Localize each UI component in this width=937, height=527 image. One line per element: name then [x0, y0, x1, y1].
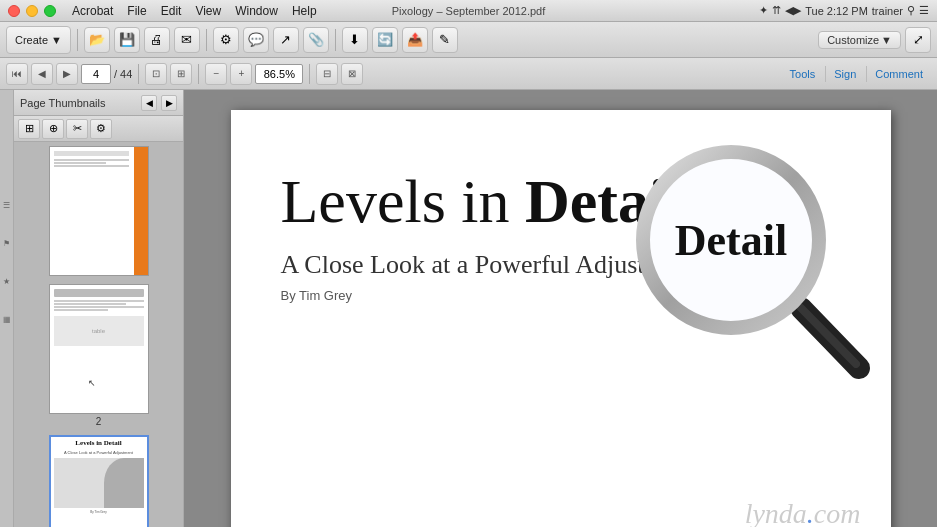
sidebar-header: Page Thumbnails ◀ ▶	[14, 90, 183, 116]
volume-icon: ◀▶	[785, 4, 801, 17]
separator-nav-1	[138, 64, 139, 84]
separator-3	[335, 29, 336, 51]
thumbnail-3[interactable]: Levels in Detail A Close Look at a Power…	[18, 435, 179, 527]
next-page-button[interactable]: ▶	[56, 63, 78, 85]
redact-button[interactable]: ✎	[432, 27, 458, 53]
menu-icon[interactable]: ☰	[919, 4, 929, 17]
open-file-button[interactable]: 📂	[84, 27, 110, 53]
expand-button[interactable]: ⤢	[905, 27, 931, 53]
toolbar2-right: Tools Sign Comment	[782, 66, 931, 82]
sidebar-prev-btn[interactable]: ◀	[141, 95, 157, 111]
minimize-button[interactable]	[26, 5, 38, 17]
full-screen-button[interactable]: ⊠	[341, 63, 363, 85]
search-icon[interactable]: ⚲	[907, 4, 915, 17]
separator-2	[206, 29, 207, 51]
thumb-settings-btn[interactable]: ⚙	[90, 119, 112, 139]
title-bar: Acrobat File Edit View Window Help Pixol…	[0, 0, 937, 22]
menu-edit[interactable]: Edit	[155, 0, 188, 22]
maximize-button[interactable]	[44, 5, 56, 17]
wifi-icon: ⇈	[772, 4, 781, 17]
thumb-add-btn[interactable]: ⊕	[42, 119, 64, 139]
panel-layers-icon[interactable]: ▦	[1, 304, 13, 334]
prev-page-button[interactable]: ◀	[31, 63, 53, 85]
panel-icon-strip: ☰ ⚑ ★ ▦	[0, 90, 14, 527]
page-number-input[interactable]	[81, 64, 111, 84]
attach-button[interactable]: 📎	[303, 27, 329, 53]
thumbnail-1[interactable]	[18, 146, 179, 276]
main-area: ☰ ⚑ ★ ▦ Page Thumbnails ◀ ▶ ⊞ ⊕ ✂ ⚙	[0, 90, 937, 527]
sign-button[interactable]: Sign	[825, 66, 864, 82]
comment-action-button[interactable]: Comment	[866, 66, 931, 82]
zoom-out-button[interactable]: −	[205, 63, 227, 85]
sidebar-title: Page Thumbnails	[20, 97, 137, 109]
title-part1: Levels in	[281, 167, 526, 235]
thumb-grid-btn[interactable]: ⊞	[18, 119, 40, 139]
thumb-2-image: table ↖	[49, 284, 149, 414]
sidebar: Page Thumbnails ◀ ▶ ⊞ ⊕ ✂ ⚙	[14, 90, 184, 527]
sidebar-tools: ⊞ ⊕ ✂ ⚙	[14, 116, 183, 142]
comment-button[interactable]: 💬	[243, 27, 269, 53]
bluetooth-icon: ✦	[759, 4, 768, 17]
thumb-2-number: 2	[18, 416, 179, 427]
thumb-3-image: Levels in Detail A Close Look at a Power…	[49, 435, 149, 527]
export-button[interactable]: 📤	[402, 27, 428, 53]
tools-button[interactable]: Tools	[782, 66, 824, 82]
system-icons: ✦ ⇈ ◀▶ Tue 2:12 PM trainer ⚲ ☰	[759, 4, 929, 17]
share-button[interactable]: ↗	[273, 27, 299, 53]
create-dropdown-icon: ▼	[51, 34, 62, 46]
convert-button[interactable]: 🔄	[372, 27, 398, 53]
print-button[interactable]: 🖨	[144, 27, 170, 53]
lynda-watermark: lynda.com	[745, 498, 861, 527]
separator-nav-3	[309, 64, 310, 84]
menu-file[interactable]: File	[121, 0, 152, 22]
menu-bar: Acrobat File Edit View Window Help	[66, 0, 323, 22]
panel-bookmarks-icon[interactable]: ⚑	[1, 228, 13, 258]
menu-help[interactable]: Help	[286, 0, 323, 22]
first-page-button[interactable]: ⏮	[6, 63, 28, 85]
sidebar-next-btn[interactable]: ▶	[161, 95, 177, 111]
email-button[interactable]: ✉	[174, 27, 200, 53]
thumb-delete-btn[interactable]: ✂	[66, 119, 88, 139]
separator-1	[77, 29, 78, 51]
menu-view[interactable]: View	[189, 0, 227, 22]
separator-nav-2	[198, 64, 199, 84]
time-display: Tue 2:12 PM	[805, 5, 868, 17]
create-button[interactable]: Create ▼	[6, 26, 71, 54]
title-bar-right: ✦ ⇈ ◀▶ Tue 2:12 PM trainer ⚲ ☰	[759, 4, 929, 17]
save-button[interactable]: 💾	[114, 27, 140, 53]
traffic-lights	[8, 5, 56, 17]
sidebar-content: table ↖ 2 Levels in Detail A Close Look …	[14, 142, 183, 527]
username: trainer	[872, 5, 903, 17]
settings-button[interactable]: ⚙	[213, 27, 239, 53]
customize-button[interactable]: Customize ▼	[818, 31, 901, 49]
main-toolbar: Create ▼ 📂 💾 🖨 ✉ ⚙ 💬 ↗ 📎 ⬇ 🔄 📤 ✎ Customi…	[0, 22, 937, 58]
svg-text:Detail: Detail	[674, 216, 786, 265]
download-button[interactable]: ⬇	[342, 27, 368, 53]
fit-width-button[interactable]: ⊞	[170, 63, 192, 85]
actual-size-button[interactable]: ⊟	[316, 63, 338, 85]
svg-line-4	[801, 308, 856, 364]
zoom-input[interactable]	[255, 64, 303, 84]
fit-page-button[interactable]: ⊡	[145, 63, 167, 85]
zoom-in-button[interactable]: +	[230, 63, 252, 85]
magnifier-illustration: Detail	[601, 140, 871, 380]
menu-acrobat[interactable]: Acrobat	[66, 0, 119, 22]
thumb-1-image	[49, 146, 149, 276]
document-page: Detail	[231, 110, 891, 527]
nav-toolbar: ⏮ ◀ ▶ / 44 ⊡ ⊞ − + ⊟ ⊠ Tools Sign Commen…	[0, 58, 937, 90]
window-title: Pixology – September 2012.pdf	[392, 5, 546, 17]
toolbar1-right: Customize ▼ ⤢	[818, 27, 931, 53]
panel-attachments-icon[interactable]: ★	[1, 266, 13, 296]
page-total: / 44	[114, 68, 132, 80]
thumbnail-2[interactable]: table ↖ 2	[18, 284, 179, 427]
document-viewer[interactable]: Detail	[184, 90, 937, 527]
customize-dropdown-icon: ▼	[881, 34, 892, 46]
panel-pages-icon[interactable]: ☰	[1, 190, 13, 220]
menu-window[interactable]: Window	[229, 0, 284, 22]
close-button[interactable]	[8, 5, 20, 17]
